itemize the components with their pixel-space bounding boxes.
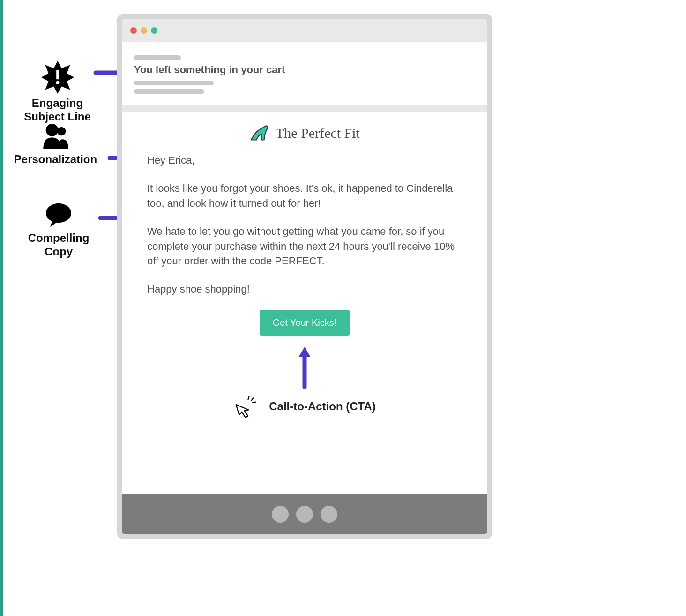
cta-button[interactable]: Get Your Kicks! — [260, 310, 350, 336]
high-heel-shoe-icon — [249, 124, 270, 143]
email-paragraph: We hate to let you go without getting wh… — [147, 224, 462, 269]
starburst-exclamation-icon — [41, 61, 74, 94]
email-greeting: Hey Erica, — [147, 153, 462, 168]
pagination-dot — [321, 506, 337, 523]
traffic-light-zoom — [151, 27, 157, 34]
click-cursor-icon — [233, 395, 260, 418]
svg-line-16 — [252, 402, 256, 403]
traffic-light-close — [130, 27, 137, 34]
email-divider — [122, 105, 487, 112]
annotation-copy-label: Compelling Copy — [14, 202, 103, 259]
page-accent-bar — [0, 0, 3, 616]
email-subject-line: You left something in your cart — [134, 64, 475, 76]
annotation-cta-label: Call-to-Action (CTA) — [269, 400, 376, 413]
svg-line-15 — [251, 398, 254, 401]
annotation-subject-label: Engaging Subject Line — [7, 61, 108, 124]
email-body-region: The Perfect Fit Hey Erica, It looks like… — [122, 112, 487, 494]
svg-point-2 — [56, 81, 59, 84]
svg-point-6 — [57, 127, 66, 136]
svg-rect-1 — [56, 70, 59, 80]
svg-point-9 — [46, 203, 71, 223]
header-placeholder-line — [134, 81, 214, 85]
header-placeholder-line — [134, 89, 204, 94]
pagination-dot — [272, 506, 289, 523]
speech-bubble-icon — [43, 202, 74, 229]
window-titlebar — [122, 19, 487, 42]
header-placeholder-line — [134, 55, 181, 60]
device-frame: You left something in your cart The Perf… — [117, 14, 492, 539]
annotation-personalization-label: Personalization — [3, 122, 108, 166]
brand-row: The Perfect Fit — [147, 124, 462, 143]
device-footer — [122, 494, 487, 534]
svg-point-5 — [45, 124, 58, 136]
email-paragraph: Happy shoe shopping! — [147, 282, 462, 297]
arrow-to-cta — [298, 347, 312, 389]
svg-line-14 — [248, 396, 249, 400]
people-icon — [39, 122, 72, 150]
brand-name: The Perfect Fit — [276, 125, 360, 141]
email-paragraph: It looks like you forgot your shoes. It'… — [147, 181, 462, 211]
traffic-light-minimize — [141, 27, 147, 34]
email-header-region: You left something in your cart — [122, 42, 487, 105]
pagination-dot — [296, 506, 313, 523]
